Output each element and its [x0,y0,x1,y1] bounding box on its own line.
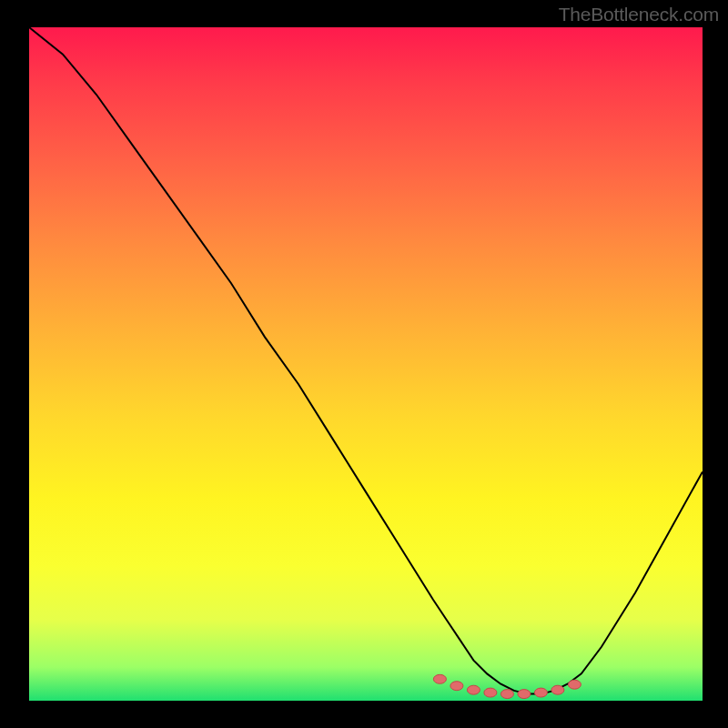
highlight-dot [467,685,480,694]
highlight-dot [568,680,581,689]
curve-svg [29,27,703,701]
highlight-dot [484,688,497,697]
highlight-dot [450,682,463,691]
watermark-text: TheBottleneck.com [559,4,719,25]
bottleneck-curve [29,27,703,694]
highlight-dot [433,674,446,683]
highlight-dot [551,685,564,694]
highlight-dot [500,690,513,699]
highlight-dot [534,688,547,697]
highlight-dot [518,690,531,699]
chart-frame: TheBottleneck.com [0,0,728,728]
plot-area [29,27,703,701]
